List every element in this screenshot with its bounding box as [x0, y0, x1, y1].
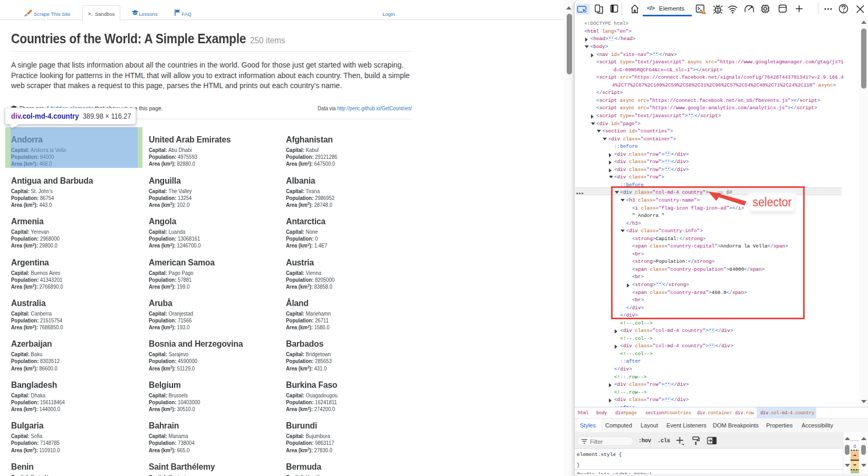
svg-text:0: 0	[853, 444, 856, 449]
